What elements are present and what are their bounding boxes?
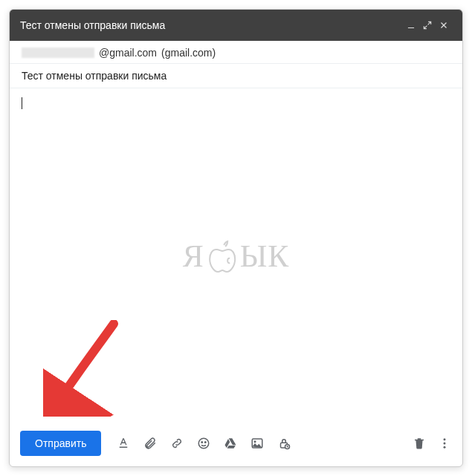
- svg-rect-5: [120, 447, 128, 449]
- confidential-icon: [277, 437, 291, 450]
- recipient-redacted: [22, 48, 94, 58]
- image-icon: [250, 437, 264, 450]
- text-cursor: [22, 97, 22, 109]
- recipient-suffix: (gmail.com): [161, 47, 216, 59]
- watermark-left: Я: [183, 238, 204, 274]
- formatting-tools: [116, 436, 291, 451]
- right-tools: [412, 436, 452, 451]
- svg-line-2: [424, 26, 427, 29]
- expand-button[interactable]: [419, 17, 436, 33]
- svg-point-14: [444, 443, 446, 445]
- minimize-icon: [406, 20, 416, 30]
- link-button[interactable]: [169, 436, 184, 451]
- svg-point-8: [205, 442, 207, 443]
- discard-button[interactable]: [412, 436, 427, 451]
- more-button[interactable]: [437, 436, 452, 451]
- svg-point-13: [444, 438, 446, 440]
- send-button[interactable]: Отправить: [20, 431, 101, 456]
- emoji-icon: [197, 437, 210, 450]
- more-icon: [438, 437, 451, 450]
- format-button[interactable]: [116, 436, 131, 451]
- expand-icon: [422, 20, 433, 30]
- message-body[interactable]: Я ЫК: [10, 88, 462, 423]
- drive-icon: [224, 437, 237, 450]
- link-icon: [170, 437, 184, 450]
- emoji-button[interactable]: [196, 436, 211, 451]
- format-icon: [117, 437, 130, 450]
- apple-icon: [207, 239, 237, 273]
- window-title: Тест отмены отправки письма: [20, 19, 403, 31]
- svg-point-10: [254, 440, 256, 443]
- drive-button[interactable]: [223, 436, 238, 451]
- titlebar: Тест отмены отправки письма: [10, 10, 462, 41]
- image-button[interactable]: [250, 436, 265, 451]
- confidential-button[interactable]: [277, 436, 291, 451]
- to-field[interactable]: @gmail.com (gmail.com): [10, 41, 462, 64]
- trash-icon: [413, 437, 426, 450]
- close-icon: [439, 20, 449, 30]
- svg-line-1: [428, 22, 431, 25]
- attach-icon: [143, 437, 157, 450]
- minimize-button[interactable]: [403, 17, 419, 33]
- svg-point-7: [201, 442, 203, 443]
- watermark-right: ЫК: [240, 238, 290, 274]
- svg-point-15: [444, 446, 446, 449]
- compose-toolbar: Отправить: [10, 423, 462, 466]
- subject-text: Тест отмены отправки письма: [22, 70, 167, 82]
- watermark: Я ЫК: [183, 238, 290, 274]
- attach-button[interactable]: [143, 436, 158, 451]
- subject-field[interactable]: Тест отмены отправки письма: [10, 64, 462, 88]
- close-button[interactable]: [436, 17, 452, 33]
- recipient-domain: @gmail.com: [99, 47, 157, 59]
- svg-point-6: [199, 438, 210, 449]
- compose-window: Тест отмены отправки письма @gmail.com (…: [9, 9, 463, 467]
